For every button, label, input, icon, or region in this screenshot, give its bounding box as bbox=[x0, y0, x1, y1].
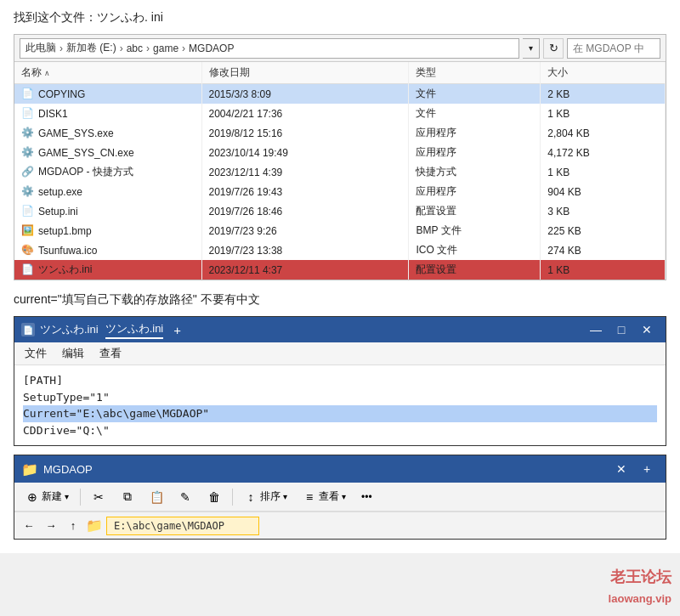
path-abc: abc bbox=[127, 42, 143, 54]
file-name: Setup.ini bbox=[38, 206, 78, 218]
toolbar-sort-btn[interactable]: ↕ 排序 ▾ bbox=[238, 487, 293, 506]
table-row[interactable]: 📄 DISK1 2004/2/21 17:36 文件 1 KB bbox=[14, 104, 666, 123]
file-name-cell: 🖼️ setup1.bmp bbox=[14, 221, 201, 240]
explorer-bottom-titlebar: 📁 MGDAOP ✕ + bbox=[14, 455, 666, 483]
file-icon: 🖼️ bbox=[21, 224, 35, 238]
bottom-path-display[interactable]: E:\abc\game\MGDAOP bbox=[106, 517, 259, 535]
table-row[interactable]: 🖼️ setup1.bmp 2019/7/23 9:26 BMP 文件 225 … bbox=[14, 221, 666, 240]
table-row[interactable]: 🎨 Tsunfuwa.ico 2019/7/23 13:38 ICO 文件 27… bbox=[14, 240, 666, 260]
toolbar-view-btn[interactable]: ≡ 查看 ▾ bbox=[297, 487, 352, 506]
path-mgdaop: MGDAOP bbox=[189, 42, 234, 54]
address-dropdown-btn[interactable]: ▾ bbox=[523, 38, 540, 59]
notepad-title: ツンふわ.ini bbox=[40, 322, 99, 337]
notepad-line: CDDrive="Q:\" bbox=[23, 422, 657, 439]
file-name: GAME_SYS.exe bbox=[38, 127, 114, 139]
nav-up-btn[interactable]: ↑ bbox=[64, 517, 82, 535]
file-icon: 📄 bbox=[21, 88, 35, 101]
explorer-bottom-new-tab-btn[interactable]: + bbox=[635, 460, 659, 478]
file-icon: 🔗 bbox=[21, 166, 35, 179]
table-row[interactable]: ⚙️ GAME_SYS_CN.exe 2023/10/14 19:49 应用程序… bbox=[14, 143, 666, 162]
file-icon: 📄 bbox=[21, 107, 35, 121]
table-row[interactable]: ⚙️ GAME_SYS.exe 2019/8/12 15:16 应用程序 2,8… bbox=[14, 123, 666, 143]
file-date: 2019/7/26 19:43 bbox=[201, 182, 409, 201]
path-game: game bbox=[153, 42, 178, 54]
notepad-line: [PATH] bbox=[23, 372, 657, 389]
notepad-window: 📄 ツンふわ.ini ツンふわ.ini + — □ ✕ 文件 编辑 查看 [PA… bbox=[14, 316, 666, 446]
file-date: 2019/8/12 15:16 bbox=[201, 123, 409, 143]
file-name: Tsunfuwa.ico bbox=[38, 245, 97, 257]
file-type: ICO 文件 bbox=[409, 240, 541, 260]
notepad-close-btn[interactable]: ✕ bbox=[635, 320, 659, 339]
file-type: 快捷方式 bbox=[409, 162, 541, 182]
table-row[interactable]: 📄 COPYING 2015/3/3 8:09 文件 2 KB bbox=[14, 84, 666, 105]
toolbar-paste-btn[interactable]: 📋 bbox=[144, 488, 169, 506]
path-computer: 此电脑 bbox=[26, 41, 56, 55]
file-size: 1 KB bbox=[541, 162, 666, 182]
instruction-top: 找到这个文件：ツンふわ. ini bbox=[14, 10, 666, 25]
col-name[interactable]: 名称 ∧ bbox=[14, 62, 201, 84]
path-drive: 新加卷 (E:) bbox=[66, 41, 116, 55]
nav-back-btn[interactable]: ← bbox=[20, 517, 38, 535]
table-row[interactable]: 🔗 MGDAOP - 快捷方式 2023/12/11 4:39 快捷方式 1 K… bbox=[14, 162, 666, 182]
file-name-cell: ⚙️ GAME_SYS.exe bbox=[14, 123, 201, 143]
toolbar-more-btn[interactable]: ••• bbox=[355, 489, 378, 506]
explorer-toolbar: ⊕ 新建 ▾ ✂ ⧉ 📋 ✎ 🗑 ↕ 排序 bbox=[14, 483, 666, 511]
file-name: GAME_SYS_CN.exe bbox=[38, 147, 134, 159]
file-table: 名称 ∧ 修改日期 类型 大小 📄 COPYING 2015/3/3 8:09 … bbox=[14, 62, 666, 280]
view-icon: ≡ bbox=[303, 490, 316, 504]
col-type[interactable]: 类型 bbox=[409, 62, 541, 84]
file-size: 2 KB bbox=[541, 84, 666, 105]
file-name-cell: 📄 Setup.ini bbox=[14, 201, 201, 221]
col-size[interactable]: 大小 bbox=[541, 62, 666, 84]
col-date[interactable]: 修改日期 bbox=[201, 62, 409, 84]
table-row[interactable]: 📄 Setup.ini 2019/7/26 18:46 配置设置 3 KB bbox=[14, 201, 666, 221]
file-size: 274 KB bbox=[541, 240, 666, 260]
instruction-bottom: current="填写自己下载的存放路径" 不要有中文 bbox=[14, 292, 666, 308]
explorer-bottom-close-btn[interactable]: ✕ bbox=[609, 460, 633, 478]
notepad-titlebar: 📄 ツンふわ.ini ツンふわ.ini + — □ ✕ bbox=[14, 317, 666, 342]
notepad-maximize-btn[interactable]: □ bbox=[609, 320, 633, 339]
notepad-content: [PATH]SetupType="1"Current="E:\abc\game\… bbox=[14, 365, 666, 445]
toolbar-new-btn[interactable]: ⊕ 新建 ▾ bbox=[20, 487, 75, 506]
file-type: BMP 文件 bbox=[409, 221, 541, 240]
new-icon: ⊕ bbox=[26, 490, 39, 504]
file-date: 2023/12/11 4:39 bbox=[201, 162, 409, 182]
file-icon: ⚙️ bbox=[21, 185, 35, 199]
notepad-tab[interactable]: ツンふわ.ini bbox=[105, 321, 164, 339]
toolbar-copy-btn[interactable]: ⧉ bbox=[115, 488, 140, 506]
notepad-controls: — □ ✕ bbox=[584, 320, 659, 339]
notepad-new-tab[interactable]: + bbox=[173, 323, 181, 337]
watermark: 老王论坛 laowang.vip bbox=[609, 568, 672, 608]
toolbar-delete-btn[interactable]: 🗑 bbox=[201, 488, 227, 506]
file-size: 3 KB bbox=[541, 201, 666, 221]
file-type: 文件 bbox=[409, 104, 541, 123]
file-type: 配置设置 bbox=[409, 260, 541, 280]
file-date: 2015/3/3 8:09 bbox=[201, 84, 409, 105]
toolbar-cut-btn[interactable]: ✂ bbox=[86, 488, 111, 506]
menu-file[interactable]: 文件 bbox=[18, 344, 54, 363]
delete-icon: 🗑 bbox=[207, 490, 221, 504]
toolbar-sep-2 bbox=[232, 489, 233, 506]
file-date: 2004/2/21 17:36 bbox=[201, 104, 409, 123]
file-icon: ⚙️ bbox=[21, 146, 35, 160]
nav-forward-btn[interactable]: → bbox=[42, 517, 60, 535]
table-row[interactable]: ⚙️ setup.exe 2019/7/26 19:43 应用程序 904 KB bbox=[14, 182, 666, 201]
address-path[interactable]: 此电脑 › 新加卷 (E:) › abc › game › MGDAOP bbox=[20, 38, 519, 59]
file-name: setup.exe bbox=[38, 186, 82, 198]
file-size: 1 KB bbox=[541, 260, 666, 280]
menu-view[interactable]: 查看 bbox=[93, 344, 128, 363]
menu-edit[interactable]: 编辑 bbox=[55, 344, 91, 363]
search-input[interactable] bbox=[567, 38, 660, 59]
address-bar: 此电脑 › 新加卷 (E:) › abc › game › MGDAOP ▾ ↻ bbox=[14, 35, 666, 62]
notepad-minimize-btn[interactable]: — bbox=[584, 320, 608, 339]
refresh-btn[interactable]: ↻ bbox=[543, 38, 564, 59]
file-type: 应用程序 bbox=[409, 143, 541, 162]
toolbar-sep-1 bbox=[80, 489, 81, 506]
file-name-cell: ⚙️ GAME_SYS_CN.exe bbox=[14, 143, 201, 162]
table-row[interactable]: 📄 ツンふわ.ini 2023/12/11 4:37 配置设置 1 KB bbox=[14, 260, 666, 280]
file-date: 2019/7/23 9:26 bbox=[201, 221, 409, 240]
file-type: 应用程序 bbox=[409, 182, 541, 201]
file-name: setup1.bmp bbox=[38, 225, 92, 237]
file-name: MGDAOP - 快捷方式 bbox=[38, 165, 133, 179]
toolbar-rename-btn[interactable]: ✎ bbox=[173, 488, 198, 506]
